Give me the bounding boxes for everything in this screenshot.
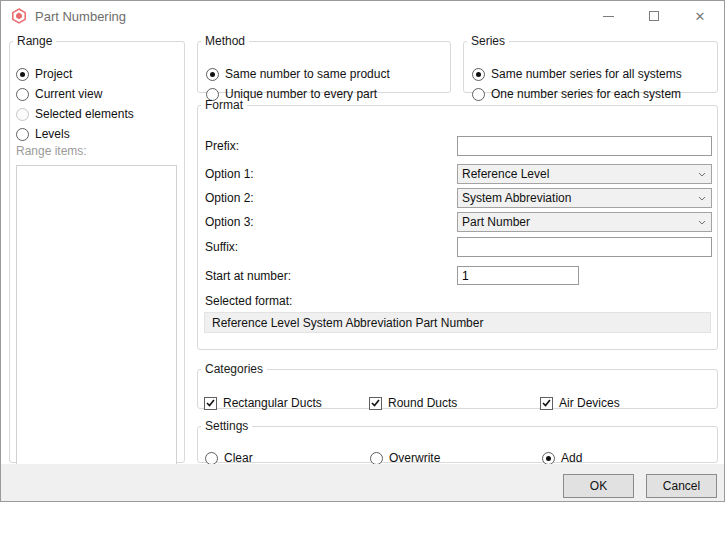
option1-dropdown[interactable]: Reference Level bbox=[457, 164, 712, 184]
categories-group: Categories Rectangular Ducts Round Ducts… bbox=[197, 362, 718, 409]
radio-label: Selected elements bbox=[35, 107, 134, 121]
radio-range-current-view[interactable]: Current view bbox=[16, 84, 102, 104]
checkbox-label: Air Devices bbox=[559, 396, 620, 410]
radio-indicator bbox=[16, 128, 29, 141]
radio-label: Project bbox=[35, 67, 72, 81]
option1-value: Reference Level bbox=[462, 167, 549, 181]
start-at-number-label: Start at number: bbox=[205, 266, 291, 286]
ok-button[interactable]: OK bbox=[563, 474, 634, 498]
radio-indicator bbox=[206, 68, 219, 81]
settings-group: Settings Clear Overwrite Add bbox=[197, 419, 718, 463]
checkbox-rectangular-ducts[interactable]: Rectangular Ducts bbox=[204, 393, 322, 413]
radio-indicator bbox=[542, 452, 555, 465]
option3-dropdown[interactable]: Part Number bbox=[457, 212, 712, 232]
selected-format-label: Selected format: bbox=[205, 291, 292, 311]
radio-label: Same number to same product bbox=[225, 67, 390, 81]
format-group-label: Format bbox=[201, 98, 247, 112]
part-numbering-dialog: Part Numbering ✕ Range Project Current v… bbox=[0, 0, 725, 502]
maximize-icon bbox=[649, 11, 659, 21]
radio-method-same-number[interactable]: Same number to same product bbox=[206, 64, 390, 84]
option2-dropdown[interactable]: System Abbreviation bbox=[457, 188, 712, 208]
app-logo-icon bbox=[11, 8, 27, 24]
option1-label: Option 1: bbox=[205, 164, 254, 184]
range-group-label: Range bbox=[13, 34, 56, 48]
radio-label: Current view bbox=[35, 87, 102, 101]
radio-indicator bbox=[16, 108, 29, 121]
checkbox-indicator bbox=[540, 397, 553, 410]
range-items-label: Range items: bbox=[16, 144, 87, 158]
format-group: Format Prefix: Option 1: Reference Level… bbox=[197, 98, 718, 350]
method-group-label: Method bbox=[201, 34, 249, 48]
checkbox-label: Rectangular Ducts bbox=[223, 396, 322, 410]
minimize-icon bbox=[603, 16, 614, 17]
radio-label: Clear bbox=[224, 451, 253, 465]
range-group: Range Project Current view Selected elem… bbox=[9, 34, 185, 463]
radio-indicator bbox=[205, 452, 218, 465]
selected-format-display: Reference Level System Abbreviation Part… bbox=[204, 312, 711, 333]
close-button[interactable]: ✕ bbox=[677, 1, 723, 31]
cancel-button[interactable]: Cancel bbox=[646, 474, 717, 498]
range-items-listbox[interactable] bbox=[16, 165, 177, 470]
radio-indicator bbox=[16, 68, 29, 81]
series-group-label: Series bbox=[467, 34, 509, 48]
suffix-label: Suffix: bbox=[205, 237, 238, 257]
prefix-input[interactable] bbox=[457, 136, 712, 156]
close-icon: ✕ bbox=[695, 10, 706, 23]
option2-value: System Abbreviation bbox=[462, 191, 571, 205]
radio-indicator bbox=[370, 452, 383, 465]
chevron-down-icon bbox=[698, 220, 706, 225]
start-at-number-input[interactable] bbox=[457, 266, 579, 285]
title-bar[interactable]: Part Numbering ✕ bbox=[1, 1, 724, 31]
option3-label: Option 3: bbox=[205, 212, 254, 232]
suffix-input[interactable] bbox=[457, 237, 712, 257]
radio-indicator bbox=[472, 68, 485, 81]
radio-label: Same number series for all systems bbox=[491, 67, 682, 81]
window-title: Part Numbering bbox=[35, 1, 126, 31]
radio-label: Levels bbox=[35, 127, 70, 141]
radio-label: Overwrite bbox=[389, 451, 440, 465]
checkbox-round-ducts[interactable]: Round Ducts bbox=[369, 393, 457, 413]
maximize-button[interactable] bbox=[631, 1, 677, 31]
option3-value: Part Number bbox=[462, 215, 530, 229]
radio-label: Add bbox=[561, 451, 582, 465]
checkbox-indicator bbox=[369, 397, 382, 410]
radio-series-same-series[interactable]: Same number series for all systems bbox=[472, 64, 682, 84]
radio-indicator bbox=[16, 88, 29, 101]
selected-format-value: Reference Level System Abbreviation Part… bbox=[212, 316, 483, 330]
series-group: Series Same number series for all system… bbox=[463, 34, 718, 93]
method-group: Method Same number to same product Uniqu… bbox=[197, 34, 451, 93]
range-items-label-row: Range items: bbox=[16, 141, 87, 161]
option2-label: Option 2: bbox=[205, 188, 254, 208]
checkbox-air-devices[interactable]: Air Devices bbox=[540, 393, 620, 413]
checkbox-indicator bbox=[204, 397, 217, 410]
prefix-label: Prefix: bbox=[205, 136, 239, 156]
minimize-button[interactable] bbox=[585, 1, 631, 31]
chevron-down-icon bbox=[698, 172, 706, 177]
categories-group-label: Categories bbox=[201, 362, 267, 376]
radio-range-project[interactable]: Project bbox=[16, 64, 72, 84]
chevron-down-icon bbox=[698, 196, 706, 201]
radio-range-selected-elements: Selected elements bbox=[16, 104, 134, 124]
settings-group-label: Settings bbox=[201, 419, 252, 433]
checkbox-label: Round Ducts bbox=[388, 396, 457, 410]
window-controls: ✕ bbox=[585, 1, 723, 31]
